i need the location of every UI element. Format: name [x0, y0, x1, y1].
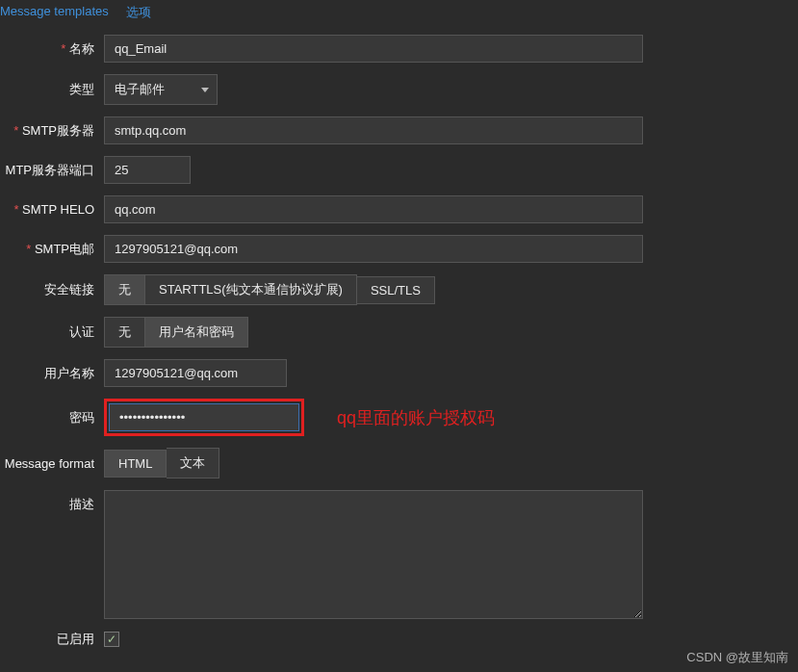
- password-annotation: qq里面的账户授权码: [337, 406, 495, 429]
- type-select-value: 电子邮件: [115, 81, 165, 98]
- conn-security-starttls-button[interactable]: STARTTLS(纯文本通信协议扩展): [145, 274, 357, 305]
- label-auth: 认证: [0, 323, 104, 341]
- watermark: CSDN @故里知南: [686, 649, 788, 666]
- smtp-port-input[interactable]: [104, 156, 191, 184]
- label-password: 密码: [0, 409, 104, 426]
- auth-none-button[interactable]: 无: [104, 317, 145, 348]
- conn-security-ssl-button[interactable]: SSL/TLS: [357, 276, 435, 304]
- label-smtp-helo: SMTP HELO: [0, 202, 104, 217]
- label-smtp-server: SMTP服务器: [0, 122, 104, 140]
- smtp-email-input[interactable]: [104, 235, 643, 263]
- label-username: 用户名称: [0, 365, 104, 382]
- enabled-checkbox[interactable]: [104, 632, 119, 647]
- label-message-format: Message format: [0, 456, 104, 471]
- name-input[interactable]: [104, 35, 643, 63]
- type-select[interactable]: 电子邮件: [104, 74, 218, 105]
- label-description: 描述: [0, 490, 104, 513]
- password-highlight-box: [104, 399, 304, 436]
- username-input[interactable]: [104, 359, 287, 387]
- label-name: 名称: [0, 40, 104, 58]
- tab-options[interactable]: 选项: [126, 4, 151, 21]
- label-enabled: 已启用: [0, 631, 104, 648]
- conn-security-none-button[interactable]: 无: [104, 274, 145, 305]
- label-type: 类型: [0, 81, 104, 98]
- label-conn-security: 安全链接: [0, 281, 104, 298]
- message-format-html-button[interactable]: HTML: [104, 450, 167, 478]
- tab-message-templates[interactable]: Message templates: [0, 4, 109, 21]
- label-smtp-port: MTP服务器端口: [0, 162, 104, 179]
- smtp-helo-input[interactable]: [104, 195, 643, 223]
- label-smtp-email: SMTP电邮: [0, 241, 104, 258]
- smtp-server-input[interactable]: [104, 116, 643, 144]
- media-type-form: 名称 类型 电子邮件 SMTP服务器 MTP服务器端口 SMTP HELO: [0, 29, 798, 648]
- chevron-down-icon: [201, 88, 209, 92]
- password-input[interactable]: [109, 403, 299, 431]
- message-format-text-button[interactable]: 文本: [167, 448, 219, 478]
- auth-userpass-button[interactable]: 用户名和密码: [145, 317, 248, 348]
- description-textarea[interactable]: [104, 490, 643, 619]
